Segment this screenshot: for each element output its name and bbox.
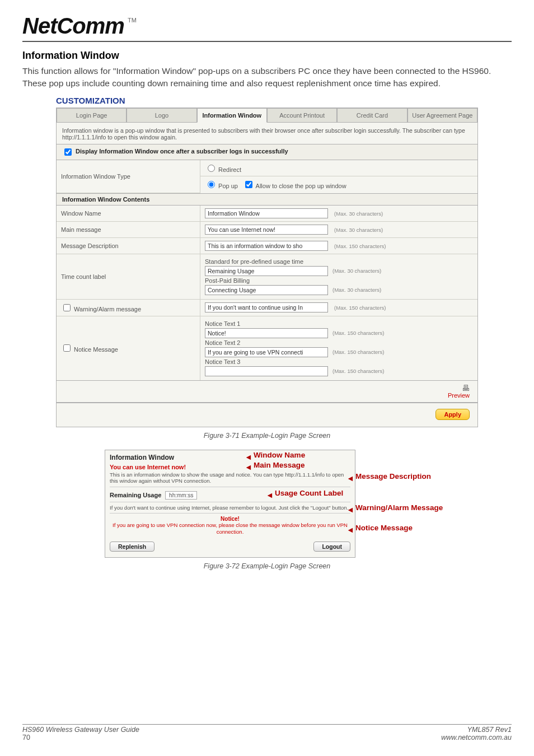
warning-message-input[interactable] [205, 302, 328, 312]
radio-redirect[interactable] [208, 165, 215, 172]
footer-page-number: 70 [22, 734, 139, 741]
radio-redirect-label[interactable]: Redirect [205, 166, 241, 173]
popup-title: Information Window [110, 454, 174, 461]
tab-user-agreement[interactable]: User Agreement Page [407, 108, 477, 123]
radio-redirect-cell: Redirect [200, 160, 478, 176]
popup-usage-label: Remaining Usage [110, 492, 161, 498]
radio-popup[interactable] [208, 181, 215, 188]
intro-paragraph: This function allows for "Information Wi… [22, 65, 512, 89]
row-label-info-window-type: Information Window Type [57, 160, 200, 193]
logo-text: NetComm [22, 13, 124, 39]
figure-caption-1: Figure 3-71 Example-Login Page Screen [22, 432, 512, 440]
connecting-usage-hint: (Max. 30 characters) [332, 287, 381, 293]
warning-message-hint: (Max. 150 characters) [334, 305, 386, 311]
notice-text-3-label: Notice Text 3 [205, 358, 473, 365]
row-label-notice: Notice Message [57, 316, 200, 380]
tab-login-page[interactable]: Login Page [57, 108, 127, 123]
window-name-hint: (Max. 30 characters) [334, 211, 383, 217]
connecting-usage-input[interactable] [205, 285, 328, 295]
popup-warn-text: If you don't want to continue using Inte… [110, 502, 350, 511]
notice-text-1-input[interactable] [205, 328, 328, 338]
ann-message-description: Message Description [355, 472, 431, 480]
notice-text-3-input[interactable] [205, 366, 328, 376]
radio-popup-label[interactable]: Pop up [205, 183, 240, 189]
notice-text-1-label: Notice Text 1 [205, 320, 473, 327]
time-std-text: Standard for pre-defined usage time [205, 258, 473, 265]
footer-right-rev: YML857 Rev1 [441, 726, 512, 734]
remaining-usage-input[interactable] [205, 266, 328, 276]
tab-logo[interactable]: Logo [127, 108, 196, 123]
arrow-icon: ◄ [346, 506, 354, 514]
arrow-icon: ◄ [346, 526, 354, 534]
notice-enable-checkbox[interactable] [63, 344, 71, 352]
ann-main-message: Main Message [254, 461, 305, 469]
arrow-icon: ◄ [266, 491, 274, 499]
warning-enable-checkbox[interactable] [63, 304, 71, 311]
logo-row: NetComm TM [22, 13, 512, 39]
arrow-icon: ◄ [245, 463, 252, 471]
notice-text-2-hint: (Max. 150 characters) [332, 349, 384, 355]
row-label-warning: Warning/Alarm message [57, 299, 200, 316]
section-heading: Information Window [22, 50, 512, 62]
customization-heading: CUSTOMIZATION [56, 96, 512, 105]
popup-desc: This is an information window to show th… [110, 472, 350, 484]
main-message-hint: (Max. 30 characters) [334, 227, 383, 233]
notice-text-3-hint: (Max. 150 characters) [332, 368, 384, 374]
allow-close-label[interactable]: Allow to close the pop up window [243, 183, 346, 189]
row-label-warning-text: Warning/Alarm message [74, 306, 141, 312]
popup-notice-text: If you are going to use VPN connection n… [110, 522, 350, 535]
row-label-main-message: Main message [57, 221, 200, 237]
message-description-hint: (Max. 150 characters) [334, 243, 386, 249]
printer-icon: 🖶 [64, 384, 470, 392]
main-message-input[interactable] [205, 225, 328, 235]
preview-link[interactable]: Preview [448, 392, 470, 399]
display-checkbox[interactable] [64, 148, 72, 156]
popup-usage-value: hh:mm:ss [165, 491, 197, 500]
page-footer: HS960 Wireless Gateway User Guide 70 YML… [22, 724, 512, 741]
horizontal-rule [22, 41, 512, 42]
row-label-notice-text: Notice Message [74, 346, 118, 353]
radio-popup-cell: Pop up Allow to close the pop up window [200, 176, 478, 193]
message-description-input[interactable] [205, 241, 328, 251]
ann-notice-message: Notice Message [355, 524, 413, 532]
notice-text-1-hint: (Max. 150 characters) [332, 330, 384, 336]
row-label-window-name: Window Name [57, 206, 200, 222]
allow-close-checkbox[interactable] [245, 181, 252, 188]
panel-description: Information window is a pop-up window th… [57, 123, 477, 144]
footer-right-url: www.netcomm.com.au [441, 734, 512, 741]
popup-main-msg: You can use Internet now! [110, 464, 186, 470]
ann-window-name: Window Name [254, 451, 305, 459]
radio-popup-text: Pop up [218, 183, 238, 189]
window-name-input[interactable] [205, 208, 328, 218]
apply-button[interactable]: Apply [435, 409, 470, 420]
logo-tm: TM [128, 17, 137, 24]
row-label-message-description: Message Description [57, 237, 200, 254]
popup-figure: Information Window You can use Internet … [77, 450, 457, 558]
ann-warning-alarm: Warning/Alarm Message [355, 503, 443, 512]
allow-close-text: Allow to close the pop up window [256, 183, 346, 189]
popup-notice-title: Notice! [110, 516, 350, 522]
arrow-icon: ◄ [346, 474, 354, 482]
postpaid-text: Post-Paid Billing [205, 277, 473, 284]
display-checkbox-label: Display Information Window once after a … [76, 148, 288, 155]
customization-panel: Login Page Logo Information Window Accou… [56, 108, 478, 403]
replenish-button[interactable]: Replenish [110, 542, 154, 552]
notice-text-2-label: Notice Text 2 [205, 339, 473, 346]
tab-bar: Login Page Logo Information Window Accou… [57, 108, 477, 123]
tab-credit-card[interactable]: Credit Card [337, 108, 407, 123]
radio-redirect-text: Redirect [218, 166, 241, 173]
figure-caption-2: Figure 3-72 Example-Login Page Screen [22, 562, 512, 570]
ann-usage-count-label: Usage Count Label [275, 489, 343, 497]
notice-text-2-input[interactable] [205, 347, 328, 357]
display-checkbox-row: Display Information Window once after a … [57, 144, 477, 160]
preview-row: 🖶 Preview [57, 380, 477, 402]
footer-rule [22, 724, 512, 725]
tab-information-window[interactable]: Information Window [197, 108, 267, 123]
contents-header: Information Window Contents [57, 193, 477, 206]
logout-button[interactable]: Logout [313, 542, 350, 552]
arrow-icon: ◄ [245, 453, 252, 461]
remaining-usage-hint: (Max. 30 characters) [332, 268, 381, 274]
footer-left-title: HS960 Wireless Gateway User Guide [22, 726, 139, 734]
tab-account-printout[interactable]: Account Printout [267, 108, 337, 123]
row-label-time-count: Time count label [57, 254, 200, 299]
